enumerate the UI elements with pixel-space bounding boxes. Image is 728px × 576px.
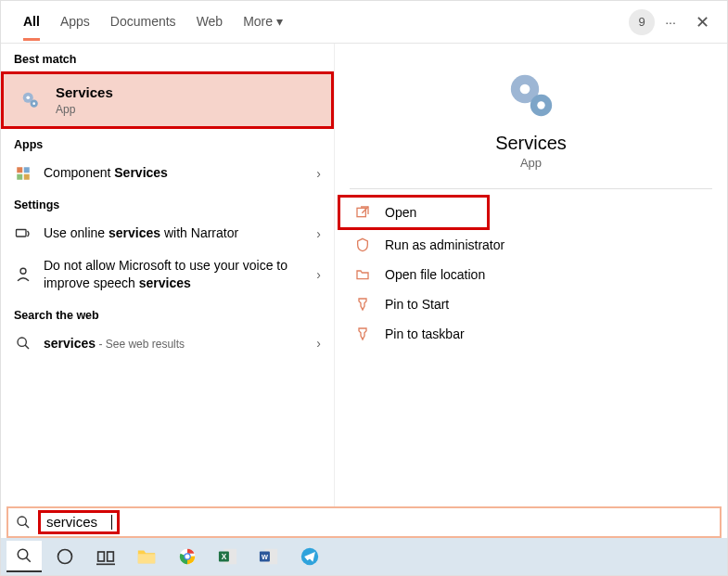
svg-point-14 — [519, 84, 530, 95]
best-match-header: Best match — [1, 44, 334, 71]
svg-point-3 — [32, 103, 35, 106]
svg-point-10 — [18, 338, 26, 346]
svg-point-21 — [58, 550, 72, 564]
svg-point-9 — [20, 268, 26, 274]
svg-rect-23 — [108, 552, 114, 561]
chevron-right-icon: › — [316, 267, 321, 282]
text-caret — [111, 515, 112, 530]
svg-rect-5 — [24, 167, 30, 173]
svg-line-11 — [25, 345, 29, 349]
svg-point-15 — [537, 101, 544, 109]
chevron-right-icon: › — [316, 226, 321, 241]
chevron-right-icon: › — [316, 336, 321, 351]
result-speech-services[interactable]: Do not allow Microsoft to use your voice… — [1, 250, 334, 300]
search-input[interactable] — [46, 514, 111, 530]
svg-point-19 — [18, 549, 28, 559]
tab-apps[interactable]: Apps — [60, 3, 90, 41]
best-match-title: Services — [56, 83, 318, 102]
results-pane: Best match Services App Apps Component S… — [1, 44, 335, 506]
svg-line-18 — [25, 524, 29, 528]
result-component-services[interactable]: Component Services › — [1, 157, 334, 189]
component-services-icon — [14, 165, 32, 182]
settings-header: Settings — [1, 189, 334, 217]
svg-rect-7 — [24, 174, 30, 180]
close-button[interactable]: ✕ — [686, 6, 718, 38]
svg-rect-16 — [357, 208, 365, 216]
detail-title: Services — [495, 133, 567, 154]
action-pin-start[interactable]: Pin to Start — [340, 289, 722, 319]
search-content: Best match Services App Apps Component S… — [1, 44, 727, 506]
speech-icon — [14, 266, 32, 283]
result-narrator-services[interactable]: Use online services with Narrator › — [1, 217, 334, 250]
taskbar-excel-button[interactable]: X — [211, 541, 246, 572]
pin-icon — [353, 297, 372, 312]
detail-actions: Open Run as administrator Open file loca… — [335, 195, 727, 349]
taskbar-chrome-button[interactable] — [170, 541, 205, 572]
narrator-icon — [14, 225, 32, 242]
action-pin-taskbar[interactable]: Pin to taskbar — [340, 319, 722, 349]
svg-text:X: X — [222, 553, 227, 561]
tab-more[interactable]: More ▾ — [243, 3, 283, 41]
action-run-admin[interactable]: Run as administrator — [340, 230, 722, 260]
more-options-button[interactable]: ··· — [655, 6, 686, 38]
svg-rect-4 — [17, 167, 22, 173]
tab-web[interactable]: Web — [197, 3, 224, 41]
services-large-icon — [505, 70, 557, 122]
detail-pane: Services App Open Run as administrator — [335, 44, 727, 506]
svg-point-2 — [26, 96, 30, 100]
svg-line-20 — [26, 557, 31, 562]
taskbar-telegram-button[interactable] — [292, 541, 327, 572]
action-open[interactable]: Open — [338, 195, 490, 230]
taskbar-word-button[interactable]: W — [251, 541, 287, 572]
recent-badge[interactable]: 9 — [629, 9, 655, 35]
search-icon — [16, 515, 31, 530]
folder-icon — [353, 267, 372, 282]
taskbar-cortana-button[interactable] — [47, 541, 83, 572]
svg-rect-6 — [17, 174, 22, 180]
result-web-services[interactable]: services - See web results › — [1, 327, 334, 360]
tab-documents[interactable]: Documents — [110, 3, 176, 41]
open-icon — [353, 205, 372, 220]
action-open-location[interactable]: Open file location — [340, 260, 722, 289]
svg-rect-22 — [98, 552, 105, 561]
svg-point-17 — [18, 517, 26, 525]
search-header: All Apps Documents Web More ▾ 9 ··· ✕ — [1, 1, 727, 44]
apps-header: Apps — [1, 129, 334, 157]
tab-all[interactable]: All — [23, 3, 40, 41]
pin-icon — [353, 326, 372, 341]
chevron-down-icon: ▾ — [276, 14, 283, 29]
taskbar-search-button[interactable] — [6, 541, 42, 572]
search-icon — [14, 336, 32, 351]
svg-rect-8 — [17, 229, 27, 237]
best-match-result[interactable]: Services App — [1, 71, 334, 129]
search-bar[interactable] — [6, 506, 722, 538]
chevron-right-icon: › — [316, 166, 321, 181]
search-input-highlight — [38, 510, 120, 534]
svg-text:W: W — [262, 553, 268, 561]
best-match-subtitle: App — [56, 102, 318, 117]
taskbar-explorer-button[interactable] — [129, 541, 164, 572]
divider — [350, 188, 712, 189]
services-icon — [17, 90, 45, 110]
svg-point-28 — [185, 555, 190, 559]
taskbar: X W — [1, 538, 727, 575]
svg-rect-25 — [138, 554, 155, 563]
search-web-header: Search the web — [1, 300, 334, 327]
taskbar-taskview-button[interactable] — [88, 541, 123, 572]
shield-icon — [353, 237, 372, 252]
detail-subtitle: App — [520, 156, 542, 170]
filter-tabs: All Apps Documents Web More ▾ — [10, 3, 283, 41]
